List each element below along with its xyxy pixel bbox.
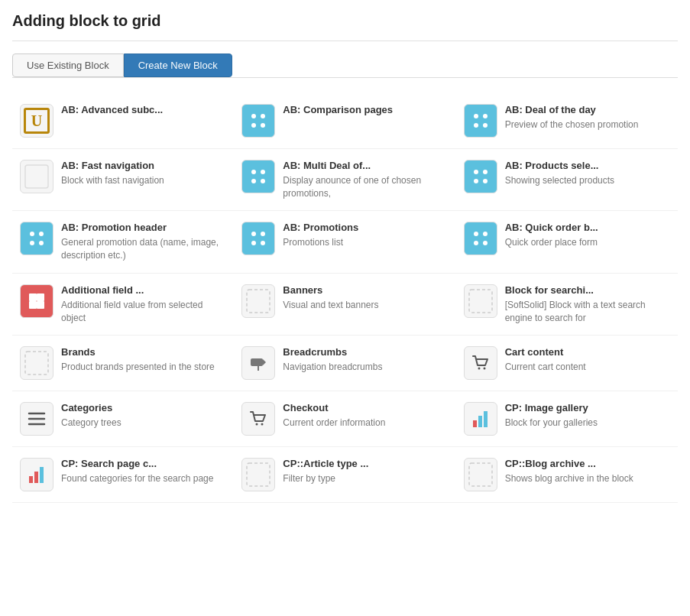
block-item-cp-blog-archive[interactable]: CP::Blog archive ...Shows blog archive i… bbox=[456, 447, 678, 503]
svg-rect-34 bbox=[469, 290, 492, 313]
svg-rect-33 bbox=[247, 290, 270, 313]
block-icon-additional-field bbox=[20, 284, 53, 318]
block-desc-breadcrumbs: Navigation breadcrumbs bbox=[283, 361, 448, 374]
tab-use-existing[interactable]: Use Existing Block bbox=[12, 53, 124, 77]
block-name-additional-field: Additional field ... bbox=[61, 284, 226, 297]
svg-marker-37 bbox=[263, 359, 266, 365]
block-name-ab-comparison: AB: Comparison pages bbox=[283, 104, 448, 117]
block-item-additional-field[interactable]: Additional field ...Additional field val… bbox=[12, 274, 234, 336]
svg-point-3 bbox=[261, 123, 265, 128]
tab-bar: Use Existing Block Create New Block bbox=[12, 53, 678, 78]
block-icon-breadcrumbs bbox=[241, 346, 275, 380]
block-item-breadcrumbs[interactable]: BreadcrumbsNavigation breadcrumbs bbox=[234, 336, 455, 391]
svg-point-40 bbox=[483, 368, 485, 370]
page-container: Adding block to grid Use Existing Block … bbox=[0, 0, 690, 515]
svg-rect-36 bbox=[251, 358, 263, 366]
block-name-ab-advanced: AB: Advanced subc... bbox=[61, 104, 226, 117]
block-icon-checkout bbox=[241, 402, 275, 436]
svg-rect-32 bbox=[37, 301, 44, 309]
block-item-cart-content[interactable]: Cart contentCurrent cart content bbox=[456, 336, 678, 391]
block-name-brands: Brands bbox=[61, 346, 226, 359]
block-item-categories[interactable]: CategoriesCategory trees bbox=[12, 391, 234, 447]
block-icon-ab-fast bbox=[20, 160, 53, 193]
block-name-cart-content: Cart content bbox=[505, 346, 670, 359]
svg-rect-50 bbox=[34, 472, 38, 483]
svg-point-1 bbox=[261, 114, 265, 118]
block-desc-ab-promotion-header: General promotion data (name, image, des… bbox=[61, 236, 226, 262]
block-desc-ab-fast: Block with fast navigation bbox=[61, 174, 226, 187]
svg-point-13 bbox=[474, 170, 478, 174]
svg-point-12 bbox=[261, 179, 265, 183]
block-desc-additional-field: Additional field value from selected obj… bbox=[61, 299, 226, 325]
svg-rect-30 bbox=[37, 293, 44, 301]
block-desc-cp-article-type: Filter by type bbox=[283, 472, 448, 485]
block-item-ab-comparison[interactable]: AB: Comparison pages bbox=[234, 93, 455, 149]
block-name-block-search: Block for searchi... bbox=[505, 284, 670, 297]
block-desc-ab-products: Showing selected products bbox=[505, 174, 670, 187]
block-item-ab-promotion-header[interactable]: AB: Promotion headerGeneral promotion da… bbox=[12, 211, 234, 273]
block-info-ab-products: AB: Products sele...Showing selected pro… bbox=[505, 160, 670, 187]
block-item-brands[interactable]: BrandsProduct brands presented in the st… bbox=[12, 336, 234, 391]
block-icon-ab-promotions bbox=[241, 222, 275, 255]
svg-point-21 bbox=[251, 232, 256, 236]
block-desc-banners: Visual and text banners bbox=[283, 299, 448, 312]
block-name-checkout: Checkout bbox=[283, 402, 448, 415]
svg-point-4 bbox=[474, 114, 478, 118]
block-item-banners[interactable]: BannersVisual and text banners bbox=[234, 274, 455, 336]
svg-rect-49 bbox=[29, 476, 33, 483]
block-info-ab-deal: AB: Deal of the dayPreview of the chosen… bbox=[505, 104, 670, 131]
svg-point-20 bbox=[39, 241, 44, 245]
svg-rect-52 bbox=[247, 463, 270, 486]
block-name-cp-blog-archive: CP::Blog archive ... bbox=[505, 458, 670, 471]
block-item-checkout[interactable]: CheckoutCurrent order information bbox=[234, 391, 455, 447]
block-icon-ab-comparison bbox=[241, 104, 275, 138]
block-info-cp-search-page: CP: Search page c...Found categories for… bbox=[61, 458, 226, 485]
blocks-grid: UAB: Advanced subc...AB: Comparison page… bbox=[12, 93, 678, 503]
tab-create-new[interactable]: Create New Block bbox=[124, 53, 232, 77]
svg-point-39 bbox=[478, 368, 480, 370]
block-icon-ab-promotion-header bbox=[20, 222, 53, 255]
block-name-ab-products: AB: Products sele... bbox=[505, 160, 670, 173]
svg-rect-31 bbox=[29, 301, 37, 309]
svg-point-24 bbox=[261, 241, 265, 245]
svg-point-17 bbox=[30, 232, 34, 236]
block-icon-categories bbox=[20, 402, 53, 436]
block-desc-ab-quick-order: Quick order place form bbox=[505, 236, 670, 249]
svg-point-9 bbox=[251, 170, 256, 174]
block-info-ab-promotion-header: AB: Promotion headerGeneral promotion da… bbox=[61, 222, 226, 261]
block-desc-categories: Category trees bbox=[61, 417, 226, 430]
block-item-ab-deal[interactable]: AB: Deal of the dayPreview of the chosen… bbox=[456, 93, 678, 149]
block-info-brands: BrandsProduct brands presented in the st… bbox=[61, 346, 226, 374]
block-item-cp-image-gallery[interactable]: CP: Image galleryBlock for your gallerie… bbox=[456, 391, 678, 447]
block-info-cp-blog-archive: CP::Blog archive ...Shows blog archive i… bbox=[505, 458, 670, 485]
block-info-block-search: Block for searchi...[SoftSolid] Block wi… bbox=[505, 284, 670, 324]
block-name-cp-search-page: CP: Search page c... bbox=[61, 458, 226, 471]
svg-rect-47 bbox=[478, 416, 482, 427]
block-item-ab-promotions[interactable]: AB: PromotionsPromotions list bbox=[234, 211, 455, 273]
block-name-ab-promotions: AB: Promotions bbox=[283, 222, 448, 235]
block-item-ab-products[interactable]: AB: Products sele...Showing selected pro… bbox=[456, 149, 678, 211]
block-name-banners: Banners bbox=[283, 284, 448, 297]
block-item-ab-fast[interactable]: AB: Fast navigationBlock with fast navig… bbox=[12, 149, 234, 211]
block-item-cp-search-page[interactable]: CP: Search page c...Found categories for… bbox=[12, 447, 234, 503]
svg-point-22 bbox=[261, 232, 265, 236]
block-icon-ab-multi-deal bbox=[241, 160, 275, 193]
block-name-ab-quick-order: AB: Quick order b... bbox=[505, 222, 670, 235]
block-name-ab-deal: AB: Deal of the day bbox=[505, 104, 670, 117]
block-info-ab-fast: AB: Fast navigationBlock with fast navig… bbox=[61, 160, 226, 187]
block-icon-cp-search-page bbox=[20, 458, 53, 491]
block-icon-cp-article-type bbox=[241, 458, 275, 491]
svg-point-16 bbox=[483, 179, 488, 183]
block-desc-brands: Product brands presented in the store bbox=[61, 361, 226, 374]
block-item-cp-article-type[interactable]: CP::Article type ...Filter by type bbox=[234, 447, 455, 503]
block-item-block-search[interactable]: Block for searchi...[SoftSolid] Block wi… bbox=[456, 274, 678, 336]
svg-point-44 bbox=[256, 423, 258, 426]
svg-point-6 bbox=[474, 123, 478, 128]
svg-point-18 bbox=[39, 232, 44, 236]
block-item-ab-multi-deal[interactable]: AB: Multi Deal of...Display anounce of o… bbox=[234, 149, 455, 211]
block-desc-cp-image-gallery: Block for your galleries bbox=[505, 417, 670, 430]
block-item-ab-quick-order[interactable]: AB: Quick order b...Quick order place fo… bbox=[456, 211, 678, 273]
block-icon-block-search bbox=[464, 284, 497, 318]
block-item-ab-advanced[interactable]: UAB: Advanced subc... bbox=[12, 93, 234, 149]
svg-rect-51 bbox=[40, 467, 44, 483]
